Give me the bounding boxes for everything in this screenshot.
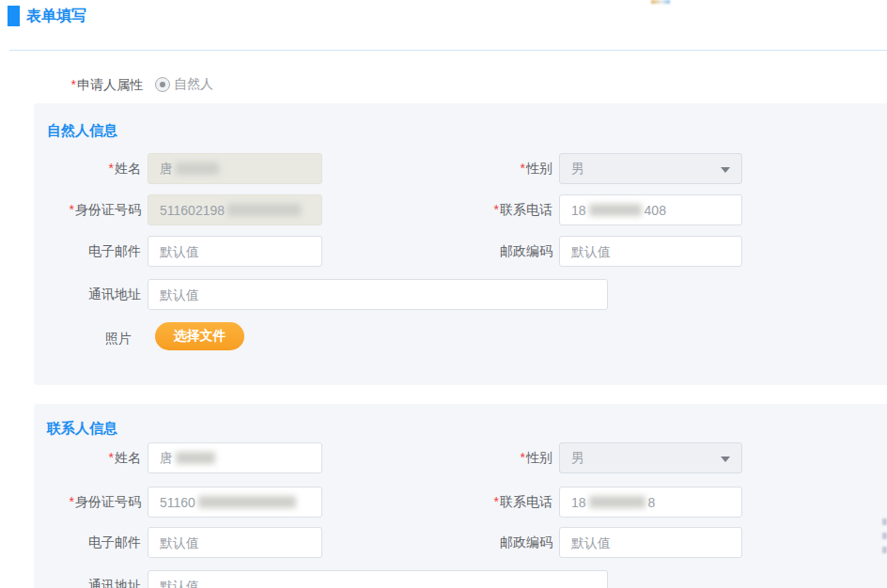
applicant-type-radio[interactable]: 自然人	[155, 76, 213, 93]
id-number-input: 511602198	[148, 194, 322, 225]
chevron-down-icon	[721, 456, 730, 462]
id-number-label: *身份证号码	[34, 494, 141, 511]
right-edge-cropped-artifact	[882, 518, 887, 575]
redacted-text	[589, 496, 646, 508]
page-title: 表单填写	[26, 7, 86, 26]
title-accent-bar	[8, 6, 20, 26]
gender-label: *性别	[421, 450, 552, 467]
id-number-label: *身份证号码	[34, 202, 141, 219]
email-label: 电子邮件	[34, 243, 141, 260]
email-input[interactable]	[148, 527, 322, 558]
address-input[interactable]	[148, 570, 608, 588]
applicant-attribute-row: *申请人属性 自然人	[0, 77, 470, 94]
redacted-text	[589, 204, 642, 216]
name-input: 唐	[148, 153, 322, 184]
email-input[interactable]	[148, 236, 322, 267]
choose-file-button[interactable]: 选择文件	[155, 322, 244, 350]
radio-label: 自然人	[174, 76, 213, 93]
redacted-text	[176, 162, 219, 175]
phone-label: *联系电话	[421, 494, 552, 511]
postal-label: 邮政编码	[421, 534, 552, 551]
address-label: 通讯地址	[34, 286, 141, 303]
gender-label: *性别	[421, 161, 552, 178]
address-input[interactable]	[148, 279, 608, 310]
postal-input[interactable]	[559, 236, 742, 267]
redacted-text	[176, 452, 215, 464]
gender-select[interactable]: 男	[559, 153, 742, 184]
phone-label: *联系电话	[421, 202, 552, 219]
postal-label: 邮政编码	[421, 243, 552, 260]
email-label: 电子邮件	[34, 534, 141, 551]
chevron-down-icon	[721, 167, 730, 173]
id-number-input[interactable]: 51160	[148, 487, 322, 518]
section-natural-person: 自然人信息 *姓名 唐 *性别 男 *身份证号码 511602198 *联系电话…	[34, 103, 887, 385]
name-label: *姓名	[34, 161, 141, 178]
gender-select[interactable]: 男	[559, 442, 742, 473]
phone-input[interactable]: 18408	[559, 194, 742, 225]
top-cropped-artifact	[651, 0, 670, 4]
photo-label: 照片	[34, 331, 132, 348]
form-fill-page: 表单填写 *申请人属性 自然人 自然人信息 *姓名 唐 *性别 男 *身份证号码	[0, 0, 887, 588]
section-contact-person: 联系人信息 *姓名 唐 *性别 男 *身份证号码 51160 *联系电话 188	[34, 404, 887, 588]
postal-input[interactable]	[559, 527, 742, 558]
applicant-attribute-label: *申请人属性	[0, 77, 143, 94]
phone-input[interactable]: 188	[559, 487, 742, 518]
header-divider	[9, 50, 887, 51]
section-title: 自然人信息	[47, 122, 117, 140]
name-input[interactable]: 唐	[148, 442, 322, 473]
redacted-text	[198, 496, 296, 508]
radio-selected-icon	[155, 77, 170, 92]
required-asterisk: *	[71, 77, 76, 92]
section-title: 联系人信息	[47, 420, 117, 438]
redacted-text	[227, 204, 301, 216]
name-label: *姓名	[34, 450, 141, 467]
address-label: 通讯地址	[34, 578, 141, 588]
